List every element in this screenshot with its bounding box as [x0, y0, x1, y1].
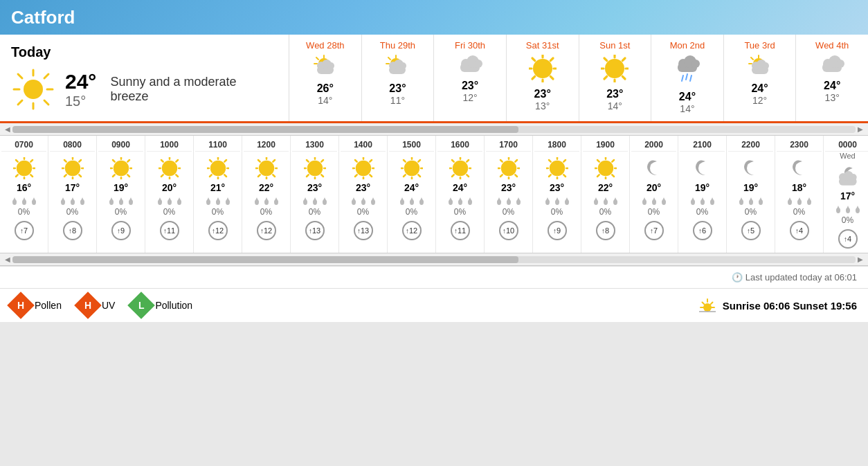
svg-line-161	[307, 174, 309, 177]
wind-circle: ↑4	[790, 221, 809, 240]
scroll-right-arrow-bottom[interactable]: ▶	[856, 256, 865, 263]
hour-high-temp: 17°	[825, 190, 868, 201]
svg-line-159	[321, 174, 323, 177]
svg-marker-197	[400, 197, 404, 202]
svg-line-163	[307, 160, 309, 162]
forecast-low: 13°	[511, 100, 575, 111]
svg-marker-201	[419, 197, 424, 202]
hour-label: 1100	[195, 140, 240, 152]
uv-level: H	[84, 300, 91, 311]
wind-circle: ↑11	[451, 221, 470, 240]
svg-marker-96	[80, 197, 84, 202]
svg-line-88	[64, 160, 66, 162]
today-label: Today	[11, 44, 278, 60]
svg-point-247	[597, 161, 613, 176]
svg-line-35	[532, 58, 535, 61]
svg-marker-246	[565, 197, 569, 202]
svg-line-86	[64, 174, 66, 177]
svg-line-44	[604, 58, 607, 61]
scroll-left-arrow-bottom[interactable]: ◀	[3, 256, 12, 263]
wind-circle: ↑12	[257, 221, 276, 240]
scroll-track-top[interactable]	[12, 126, 856, 133]
hour-weather-icon	[195, 157, 240, 179]
svg-point-29	[533, 59, 552, 78]
pollution-legend: L Pollution	[132, 296, 192, 315]
hour-label: 0800	[50, 140, 95, 152]
forecast-high: 26°	[293, 82, 357, 95]
legend-bar: H Pollen H UV L Pollution Sunrise 06:06 …	[0, 288, 868, 322]
hour-high-temp: 19°	[680, 182, 725, 193]
wind-circle: ↑9	[111, 221, 131, 240]
scroll-thumb-top[interactable]	[12, 126, 518, 133]
sunrise-icon	[698, 298, 717, 313]
svg-marker-124	[168, 197, 172, 202]
hour-label: 0000	[825, 140, 868, 152]
svg-marker-152	[255, 197, 259, 202]
svg-line-133	[210, 160, 212, 162]
forecast-low: 11°	[366, 95, 430, 106]
today-high-temp: 24°	[65, 70, 96, 93]
scroll-left-arrow[interactable]: ◀	[3, 125, 12, 133]
hour-col-8: 1500 24° 0% ↑12	[388, 136, 436, 253]
scroll-bar-top[interactable]: ◀ ▶	[0, 123, 868, 136]
svg-line-37	[550, 58, 553, 61]
svg-line-42	[604, 76, 607, 79]
hour-high-temp: 23°	[534, 182, 579, 193]
hour-weather-icon	[486, 157, 531, 179]
hour-rain-pct: 0%	[147, 207, 192, 217]
forecast-date: Tue 3rd	[728, 40, 792, 51]
wind-circle: ↑9	[548, 221, 567, 240]
hour-rain-icon	[98, 196, 143, 206]
hour-weather-icon	[50, 157, 95, 179]
hour-high-temp: 22°	[583, 182, 628, 193]
hourly-scroll-wrapper[interactable]: 0700 16° 0% ↑7 0800 17° 0%	[0, 136, 868, 253]
forecast-low: 13°	[800, 92, 864, 103]
svg-line-118	[161, 160, 163, 162]
hour-rain-pct: 0%	[631, 207, 676, 217]
forecast-date: Fri 30th	[438, 40, 502, 51]
wind-speed: 4	[799, 226, 803, 235]
scroll-right-arrow[interactable]: ▶	[856, 125, 865, 133]
svg-line-75	[30, 160, 33, 162]
svg-marker-281	[788, 197, 792, 202]
scroll-thumb-bottom[interactable]	[12, 256, 518, 263]
forecast-high: 23°	[511, 88, 575, 100]
hour-label: 1600	[437, 140, 482, 152]
svg-line-165	[321, 160, 323, 162]
svg-line-7	[44, 74, 48, 78]
wind-speed: 7	[24, 226, 28, 235]
hour-col-9: 1600 24° 0% ↑11	[436, 136, 485, 253]
svg-line-103	[113, 160, 115, 162]
svg-marker-156	[274, 197, 278, 202]
scroll-track-bottom[interactable]	[12, 256, 856, 263]
wind-circle: ↑8	[596, 221, 615, 240]
pollen-level: H	[17, 300, 24, 311]
svg-line-255	[612, 160, 614, 162]
forecast-day-3: Sat 31st 23° 13°	[507, 35, 579, 121]
svg-point-67	[16, 161, 31, 176]
wind-speed: 11	[167, 226, 175, 235]
forecast-high: 23°	[438, 80, 502, 92]
hour-weather-icon	[437, 157, 482, 179]
svg-line-11	[316, 57, 318, 60]
hour-label: 2100	[680, 140, 725, 152]
hour-rain-pct: 0%	[98, 207, 143, 217]
wind-circle: ↑8	[63, 221, 82, 240]
scroll-bar-bottom[interactable]: ◀ ▶	[0, 253, 868, 266]
svg-marker-171	[323, 197, 327, 202]
hour-weather-icon	[825, 165, 868, 188]
hour-rain-icon	[437, 196, 482, 206]
hour-high-temp: 22°	[244, 182, 289, 193]
forecast-high: 24°	[728, 82, 792, 95]
sunrise-sunset-text: Sunrise 06:06 Sunset 19:56	[723, 300, 857, 312]
hour-weather-icon	[389, 157, 434, 179]
svg-point-50	[691, 60, 700, 68]
pollution-label: Pollution	[155, 300, 192, 311]
hour-col-12: 1900 22° 0% ↑8	[581, 136, 630, 253]
forecast-icon	[293, 55, 357, 80]
hour-weather-icon	[728, 157, 773, 179]
pollen-badge: H	[7, 292, 35, 319]
svg-line-148	[258, 160, 260, 162]
hour-rain-icon	[50, 196, 95, 206]
hour-high-temp: 17°	[50, 182, 95, 193]
